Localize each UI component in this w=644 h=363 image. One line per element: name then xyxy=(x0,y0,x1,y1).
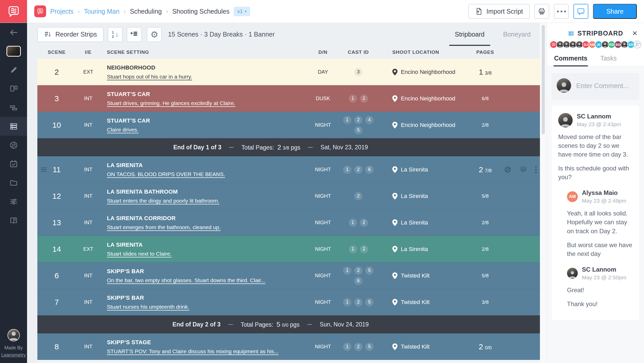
cast-id-chip[interactable]: 5 xyxy=(365,298,374,306)
scene-strip[interactable]: 2 EXT NEIGHBORHOOD Stuart hops out of hi… xyxy=(37,59,540,85)
breadcrumb-item[interactable]: Touring Man xyxy=(84,8,120,15)
cast-id-chip[interactable]: 2 xyxy=(360,94,368,103)
scene-shoot-location[interactable]: La Sirenita xyxy=(376,166,467,173)
cast-id-chip[interactable]: 2 xyxy=(354,192,362,200)
scene-number: 8 xyxy=(37,342,76,351)
sidebar-item-project-thumbnail[interactable] xyxy=(0,42,27,60)
scene-description[interactable]: Stuart slides next to Claire. xyxy=(107,251,298,257)
cast-id-chip[interactable]: 5 xyxy=(354,126,362,134)
cast-id-chip[interactable]: 1 xyxy=(343,266,351,275)
sidebar-item-schedule-strips[interactable] xyxy=(0,98,27,117)
import-script-button[interactable]: Import Script xyxy=(468,4,530,19)
scene-strip[interactable]: 7 INT SKIPP’S BAR Stuart nurses his umpt… xyxy=(37,289,540,315)
user-avatar[interactable] xyxy=(7,329,20,341)
cast-id-chip[interactable]: 2 xyxy=(354,116,362,124)
scene-shoot-location[interactable]: La Sirenita xyxy=(376,246,467,253)
sidebar-item-back-arrow[interactable] xyxy=(0,23,27,42)
print-button[interactable] xyxy=(534,4,549,19)
sliders-icon xyxy=(9,197,18,206)
scene-shoot-location[interactable]: Twisted Kilt xyxy=(376,299,467,306)
comment-body: Yeah, it all looks solid. Hopefully we c… xyxy=(567,209,633,258)
scene-shoot-location[interactable]: La Sirenita xyxy=(376,193,467,200)
scene-shoot-location[interactable]: Twisted Kilt xyxy=(376,272,467,279)
cast-id-chip[interactable]: 1 xyxy=(349,219,357,227)
scene-strip[interactable]: 13 INT LA SIRENITA CORRIDOR Stuart emerg… xyxy=(37,209,540,236)
close-icon[interactable]: × xyxy=(632,29,637,37)
cast-id-chip[interactable]: 2 xyxy=(360,219,368,227)
scene-strip[interactable]: 12 INT LA SIRENITA BATHROOM Stuart enter… xyxy=(37,183,540,209)
scene-shoot-location[interactable]: La Sirenita xyxy=(376,219,467,226)
version-badge[interactable]: v1 ▾ xyxy=(234,7,250,16)
scrollbar-track[interactable] xyxy=(540,23,547,363)
project-logo-chip[interactable] xyxy=(34,5,46,17)
scene-shoot-location[interactable]: Encino Neighborhood xyxy=(376,122,467,128)
cast-id-chip[interactable]: 2 xyxy=(354,166,362,174)
cast-id-chip[interactable]: 1 xyxy=(349,94,357,103)
panel-tab-comments[interactable]: Comments xyxy=(554,51,588,66)
comments-toggle-button[interactable] xyxy=(573,4,588,19)
day-break-banner[interactable]: End of Day 1 of 3 Total Pages: 2 3/8 pgs… xyxy=(37,138,540,156)
cast-id-chip[interactable]: 5 xyxy=(365,343,374,351)
scene-strip[interactable]: 6 INT SKIPP’S BAR On the bar, two empty … xyxy=(37,262,540,289)
scene-description[interactable]: ON TACOS. BLOOD DRIPS OVER THE BEANS. xyxy=(107,171,298,177)
breadcrumb-item[interactable]: Projects xyxy=(50,8,73,15)
cast-id-chip[interactable]: 3 xyxy=(354,68,362,76)
cast-id-chip[interactable]: 1 xyxy=(343,116,351,124)
scene-strip[interactable]: 10 INT STUART’S CAR Claire drives. NIGHT… xyxy=(37,112,540,138)
cast-id-chip[interactable]: 1 xyxy=(343,343,351,351)
view-tab-stripboard[interactable]: Stripboard xyxy=(446,23,494,46)
sort-scenes-button[interactable]: 12↓ xyxy=(108,27,123,42)
cast-id-chip[interactable]: 1 xyxy=(343,298,351,306)
sidebar-item-stripboard[interactable] xyxy=(0,117,27,136)
scene-strip[interactable]: 14 EXT LA SIRENITA Stuart slides next to… xyxy=(37,236,540,262)
cast-id-chip[interactable]: 6 xyxy=(365,166,374,174)
panel-tab-tasks[interactable]: Tasks xyxy=(600,51,617,66)
scrollbar-thumb[interactable] xyxy=(542,25,545,134)
layers-icon[interactable] xyxy=(519,166,528,174)
scene-strip[interactable]: 3 INT STUART’S CAR Stuart drives, grinni… xyxy=(37,85,540,112)
sidebar-item-aperture[interactable] xyxy=(0,136,27,154)
cast-id-chip[interactable]: 1 xyxy=(343,166,351,174)
scene-description[interactable]: Stuart nurses his umpteenth drink. xyxy=(107,304,298,310)
add-strip-button[interactable] xyxy=(127,27,142,42)
scene-shoot-location[interactable]: Encino Neighborhood xyxy=(376,69,467,75)
strip-menu-icon[interactable] xyxy=(535,166,537,173)
add-collaborator-button[interactable] xyxy=(633,41,641,48)
sidebar-item-sliders[interactable] xyxy=(0,192,27,211)
scene-shoot-location[interactable]: Encino Neighborhood xyxy=(376,95,467,102)
cast-id-chip[interactable]: 2 xyxy=(354,298,362,306)
scene-shoot-location[interactable]: Twisted Kilt xyxy=(376,343,467,350)
scene-strip[interactable]: 8 INT SKIPP’S STAGE STUART’S POV: Tony a… xyxy=(37,333,540,360)
camera-aperture-icon[interactable] xyxy=(504,166,512,174)
cast-id-chip[interactable]: 4 xyxy=(365,116,374,124)
scene-description[interactable]: On the bar, two empty shot glasses. Stua… xyxy=(107,277,298,283)
scene-description[interactable]: Stuart enters the dingy and poorly lit b… xyxy=(107,198,298,204)
scene-description[interactable]: Stuart emerges from the bathroom, cleane… xyxy=(107,224,298,230)
more-options-button[interactable] xyxy=(554,4,569,19)
scene-description[interactable]: Claire drives. xyxy=(107,127,298,133)
cast-id-chip[interactable]: 2 xyxy=(354,266,362,275)
drag-handle-icon[interactable] xyxy=(41,167,47,172)
scene-description[interactable]: Stuart drives, grinning. He glances exci… xyxy=(107,100,298,106)
sidebar-item-script-pages[interactable] xyxy=(0,79,27,98)
share-button[interactable]: Share xyxy=(593,4,637,19)
sidebar-item-contacts-book[interactable] xyxy=(0,211,27,230)
stripboard-settings-button[interactable]: ⚙ xyxy=(147,27,162,42)
view-tab-boneyard[interactable]: Boneyard xyxy=(494,23,540,46)
sidebar-item-pencil[interactable] xyxy=(0,60,27,79)
scene-strip[interactable]: 11 INT LA SIRENITA ON TACOS. BLOOD DRIPS… xyxy=(37,156,540,183)
comment-input[interactable]: Enter Comment... xyxy=(552,73,639,100)
day-break-banner[interactable]: End of Day 2 of 3 Total Pages: 5 0/0 pgs… xyxy=(37,315,540,333)
scene-description[interactable]: STUART’S POV: Tony and Claire discuss hi… xyxy=(107,348,298,355)
cast-id-chip[interactable]: 2 xyxy=(354,343,362,351)
cast-id-chip[interactable]: 5 xyxy=(365,266,374,275)
scene-description[interactable]: Stuart hops out of his car in a hurry. xyxy=(107,74,298,80)
cast-id-chip[interactable]: 2 xyxy=(360,245,368,253)
cast-id-chip[interactable]: 1 xyxy=(349,245,357,253)
studiobinder-logo[interactable] xyxy=(0,0,27,23)
cast-id-chip[interactable]: 6 xyxy=(354,277,362,285)
reorder-strips-button[interactable]: Reorder Strips xyxy=(37,27,104,42)
sidebar-item-calendar-check[interactable] xyxy=(0,154,27,173)
sidebar-item-folder[interactable] xyxy=(0,173,27,192)
made-by-brand-link[interactable]: Leanometry xyxy=(1,352,26,358)
